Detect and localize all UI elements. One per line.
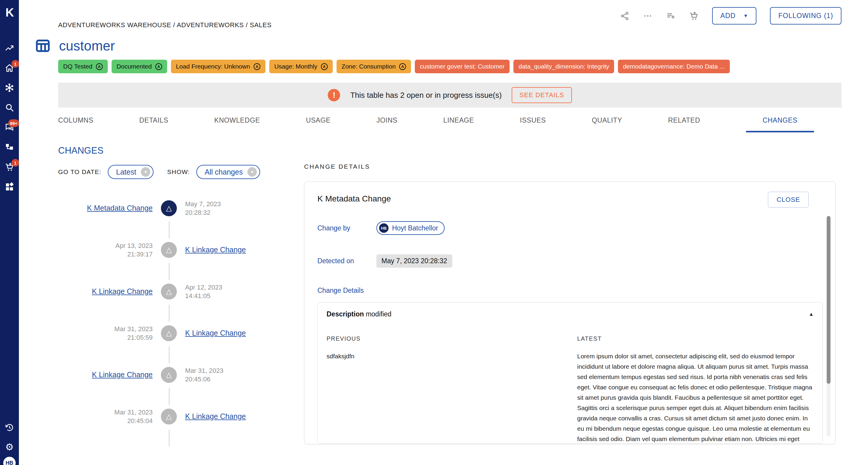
- history-icon[interactable]: [4, 423, 14, 433]
- badge-data-quality-dimension-integrity[interactable]: data_quality_dimension: Integrity: [514, 60, 614, 73]
- sidebar-bottom-nav: ⚙: [4, 423, 14, 452]
- user-avatar[interactable]: HB: [3, 457, 16, 465]
- tab-details[interactable]: DETAILS: [140, 114, 168, 131]
- latest-value: Lorem ipsum dolor sit amet, consectetur …: [577, 351, 814, 443]
- timeline-item: Mar 31, 202321:05:59△K Linkage Change: [58, 312, 288, 354]
- change-link[interactable]: K Linkage Change: [185, 412, 246, 420]
- certified-icon: A: [399, 63, 406, 70]
- change-type-icon: △: [161, 409, 177, 425]
- tab-changes[interactable]: CHANGES: [746, 114, 814, 132]
- show-label: SHOW:: [167, 168, 190, 175]
- previous-label: PREVIOUS: [327, 335, 563, 342]
- tab-lineage[interactable]: LINEAGE: [443, 114, 474, 131]
- change-link[interactable]: K Linkage Change: [185, 329, 246, 337]
- tab-bar: COLUMNSDETAILSKNOWLEDGEUSAGEJOINSLINEAGE…: [58, 114, 814, 133]
- change-link[interactable]: K Linkage Change: [185, 245, 246, 254]
- go-to-date-select[interactable]: Latest ▼: [108, 165, 154, 179]
- timeline-item: K Metadata Change△May 7, 202320:28:32: [58, 187, 288, 229]
- add-button[interactable]: ADD ▼: [712, 7, 756, 25]
- timeline-item: K Linkage Change△Apr 12, 202314:41:05: [58, 271, 288, 312]
- panel-scrollbar[interactable]: [827, 216, 831, 436]
- sidebar-nav: 1 99+ 1: [4, 44, 14, 192]
- playlist-add-icon[interactable]: [666, 11, 676, 21]
- badge-customer-gover-test-customer[interactable]: customer gover test: Customer: [415, 60, 509, 73]
- timeline-item: K Linkage Change△Mar 31, 202320:45:06: [58, 354, 288, 396]
- badge-load-frequency-unknown[interactable]: Load Frequency: Unknown A: [171, 60, 266, 73]
- badge-usage-monthly[interactable]: Usage: Monthly A: [269, 60, 333, 73]
- cart-icon[interactable]: 1: [4, 163, 14, 173]
- following-button[interactable]: FOLLOWING (1): [770, 7, 841, 25]
- change-type-icon: △: [161, 200, 177, 216]
- chat-icon[interactable]: 99+: [4, 123, 14, 133]
- diff-card: Description modified ▲ PREVIOUS sdfaksjd…: [317, 302, 823, 443]
- change-timestamp: Mar 31, 202320:45:06: [185, 366, 283, 383]
- widgets-icon[interactable]: [4, 182, 14, 192]
- chevron-down-icon: ▼: [141, 167, 150, 177]
- collapse-icon[interactable]: ▲: [809, 311, 814, 317]
- page-title: customer: [59, 38, 115, 54]
- tab-knowledge[interactable]: KNOWLEDGE: [214, 114, 260, 131]
- change-title: K Metadata Change: [317, 194, 391, 204]
- detected-on-value: May 7, 2023 20:28:32: [376, 254, 452, 268]
- certified-icon: A: [254, 63, 260, 70]
- table-icon: [35, 38, 51, 54]
- badge-documented[interactable]: Documented A: [112, 60, 167, 73]
- home-icon[interactable]: 1: [4, 63, 14, 74]
- certified-icon: A: [96, 63, 103, 70]
- timeline-item: Mar 31, 202320:45:04△K Linkage Change: [58, 396, 288, 437]
- change-link[interactable]: K Linkage Change: [92, 371, 153, 379]
- certified-icon: A: [155, 63, 162, 70]
- certified-icon: A: [321, 63, 328, 70]
- alert-text: This table has 2 open or in progress iss…: [350, 91, 502, 100]
- scrollbar-thumb[interactable]: [827, 216, 831, 384]
- settings-icon[interactable]: ⚙: [4, 442, 14, 452]
- badge-zone-consumption[interactable]: Zone: Consumption A: [337, 60, 411, 73]
- change-type-icon: △: [161, 284, 177, 299]
- hub-icon[interactable]: [4, 83, 14, 93]
- change-details-panel: CHANGE DETAILS K Metadata Change CLOSE C…: [304, 163, 836, 444]
- latest-label: LATEST: [577, 335, 814, 342]
- changes-heading: CHANGES: [58, 145, 868, 156]
- tab-issues[interactable]: ISSUES: [520, 114, 546, 131]
- more-options-icon[interactable]: [643, 11, 652, 21]
- notification-badge: 1: [11, 159, 19, 167]
- app-logo[interactable]: K: [6, 6, 13, 18]
- badge-dq-tested[interactable]: DQ Tested A: [58, 60, 108, 73]
- change-details-label: Change Details: [317, 287, 822, 294]
- user-pill[interactable]: HB Hoyt Batchellor: [376, 221, 445, 235]
- sidebar: K 1 99+ 1: [0, 0, 19, 465]
- notification-badge: 1: [11, 60, 19, 68]
- change-timestamp: Mar 31, 202320:45:04: [58, 408, 153, 425]
- badge-demodatagovernance-demo-data[interactable]: demodatagovernance: Demo Data ...: [618, 60, 730, 73]
- notification-badge: 99+: [8, 119, 19, 127]
- issues-alert-bar: ! This table has 2 open or in progress i…: [58, 83, 841, 108]
- close-button[interactable]: CLOSE: [768, 192, 809, 208]
- go-to-date-label: GO TO DATE:: [58, 168, 101, 175]
- previous-value: sdfaksjdfn: [327, 351, 563, 361]
- search-icon[interactable]: [4, 103, 14, 113]
- tab-usage[interactable]: USAGE: [306, 114, 331, 131]
- add-to-cart-icon[interactable]: [689, 11, 699, 21]
- change-details-section-label: CHANGE DETAILS: [304, 163, 836, 170]
- change-by-label: Change by: [317, 224, 376, 232]
- tab-quality[interactable]: QUALITY: [592, 114, 622, 131]
- trending-up-icon[interactable]: [4, 44, 14, 54]
- user-avatar-small: HB: [379, 223, 389, 233]
- change-link[interactable]: K Metadata Change: [87, 204, 153, 212]
- tab-joins[interactable]: JOINS: [376, 114, 397, 131]
- sitemap-icon[interactable]: [4, 143, 14, 153]
- title-row: customer: [35, 38, 868, 54]
- tab-related[interactable]: RELATED: [668, 114, 700, 131]
- main-content: ADD ▼ FOLLOWING (1) ADVENTUREWORKS WAREH…: [19, 0, 868, 465]
- share-icon[interactable]: [620, 11, 629, 21]
- user-name: Hoyt Batchellor: [392, 224, 438, 232]
- change-link[interactable]: K Linkage Change: [92, 287, 153, 295]
- see-details-button[interactable]: SEE DETAILS: [512, 87, 571, 103]
- warning-icon: !: [328, 89, 340, 101]
- chevron-down-icon: ▼: [247, 167, 257, 177]
- show-select[interactable]: All changes ▼: [196, 165, 260, 179]
- diff-title: Description modified: [327, 310, 392, 318]
- changes-timeline: K Metadata Change△May 7, 202320:28:32Apr…: [58, 187, 288, 437]
- detected-on-label: Detected on: [317, 257, 376, 265]
- tab-columns[interactable]: COLUMNS: [58, 114, 93, 131]
